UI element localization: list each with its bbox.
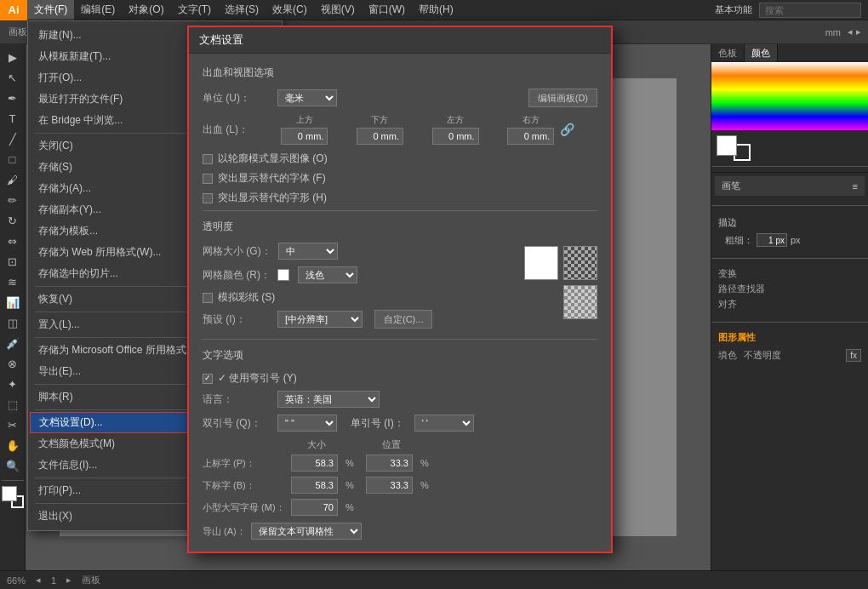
edit-board-btn[interactable]: 编辑画板(D) bbox=[528, 89, 597, 107]
tool-warp[interactable]: ≋ bbox=[3, 272, 23, 291]
superscript-size-input[interactable] bbox=[291, 455, 338, 472]
align-panel-label[interactable]: 对齐 bbox=[718, 298, 861, 311]
bottom-select[interactable]: 保留文本可调格性 bbox=[251, 523, 362, 540]
tool-rect[interactable]: □ bbox=[3, 150, 23, 169]
fill-color-swatch[interactable] bbox=[717, 135, 737, 156]
tool-artboard[interactable]: ⬚ bbox=[3, 395, 23, 414]
menu-help[interactable]: 帮助(H) bbox=[412, 0, 460, 20]
preset-select[interactable]: [中分辨率] bbox=[277, 311, 363, 328]
checkbox-glyph[interactable] bbox=[203, 193, 213, 203]
search-input[interactable] bbox=[759, 3, 861, 18]
color-spectrum bbox=[711, 62, 868, 130]
spacer2 bbox=[420, 438, 437, 451]
bleed-left-label: 左方 bbox=[447, 114, 464, 126]
tool-symbol[interactable]: ✦ bbox=[3, 375, 23, 393]
double-quote-select[interactable]: " " bbox=[277, 415, 337, 432]
divider-3 bbox=[711, 258, 868, 259]
grid-size-label: 网格大小 (G)： bbox=[203, 244, 271, 259]
language-select[interactable]: 英语：美国 bbox=[277, 391, 380, 408]
grid-color-select[interactable]: 浅色 bbox=[298, 266, 357, 283]
tool-pencil[interactable]: ✏ bbox=[3, 191, 23, 209]
brush-panel: 画笔 ≡ bbox=[711, 172, 868, 200]
checkbox-outline[interactable] bbox=[203, 154, 213, 164]
fill-icon[interactable] bbox=[2, 486, 17, 501]
right-top-tabs: 色板 颜色 bbox=[711, 44, 868, 62]
nav-next[interactable]: ▸ bbox=[66, 575, 71, 586]
tool-mirror[interactable]: ⇔ bbox=[3, 232, 23, 250]
bleed-bottom-input[interactable] bbox=[357, 128, 403, 145]
tool-gradient[interactable]: ◫ bbox=[3, 313, 23, 332]
tool-rotate[interactable]: ↻ bbox=[3, 211, 23, 230]
transparency-section: 透明度 网格大小 (G)： 中 网格颜色 (R)： 浅色 bbox=[203, 210, 597, 335]
tool-blend[interactable]: ⊗ bbox=[3, 354, 23, 373]
workspace-label[interactable]: 基本功能 bbox=[715, 3, 752, 16]
stroke-width-label: 粗细： bbox=[725, 234, 753, 247]
smallcaps-input[interactable] bbox=[291, 499, 338, 516]
fx-btn-inner[interactable]: fx bbox=[846, 349, 861, 362]
menu-view[interactable]: 视图(V) bbox=[314, 0, 362, 20]
status-bar: 66% ◂ 1 ▸ 画板 bbox=[0, 570, 868, 589]
navigate-prev[interactable]: ◂ bbox=[848, 26, 856, 37]
use-quotes-row: ✓ 使用弯引号 (Y) bbox=[203, 371, 597, 386]
tool-line[interactable]: ╱ bbox=[3, 129, 23, 148]
menu-right: 基本功能 bbox=[715, 3, 868, 18]
nav-prev[interactable]: ◂ bbox=[36, 575, 41, 586]
tool-paintbrush[interactable]: 🖌 bbox=[3, 170, 23, 189]
single-quote-select[interactable]: ' ' bbox=[414, 415, 474, 432]
tool-eyedropper[interactable]: 💉 bbox=[3, 334, 23, 352]
script-header-row: 大小 位置 bbox=[203, 438, 597, 451]
transform-panel-label[interactable]: 变换 bbox=[718, 267, 861, 280]
language-row: 语言： 英语：美国 bbox=[203, 391, 597, 408]
tab-swatches[interactable]: 色板 bbox=[711, 44, 745, 62]
pathfinder-panel-label[interactable]: 路径查找器 bbox=[718, 283, 861, 295]
tab-color[interactable]: 颜色 bbox=[745, 44, 778, 62]
bleed-right-col: 右方 bbox=[505, 114, 557, 145]
superscript-pos-input[interactable] bbox=[366, 455, 413, 472]
tool-text[interactable]: T bbox=[3, 109, 23, 128]
zoom-level: 66% bbox=[7, 575, 26, 586]
tools-panel: ▶ ↖ ✒ T ╱ □ 🖌 ✏ ↻ ⇔ ⊡ ≋ 📊 ◫ 💉 ⊗ ✦ ⬚ ✂ ✋ … bbox=[0, 44, 26, 570]
unit-select[interactable]: 毫米 bbox=[277, 89, 337, 106]
chain-link-icon[interactable]: 🔗 bbox=[560, 123, 577, 136]
stroke-fill-area bbox=[711, 130, 868, 161]
bleed-left-input[interactable] bbox=[432, 128, 479, 145]
swatch-light-checker bbox=[563, 246, 597, 280]
grid-color-label: 网格颜色 (R)： bbox=[203, 268, 271, 283]
checkbox-font[interactable] bbox=[203, 174, 213, 184]
tool-scale[interactable]: ⊡ bbox=[3, 252, 23, 271]
navigate-next[interactable]: ▸ bbox=[856, 26, 865, 37]
menu-object[interactable]: 对象(O) bbox=[122, 0, 170, 20]
subscript-size-input[interactable] bbox=[291, 477, 338, 494]
bleed-right-input[interactable] bbox=[507, 128, 554, 145]
custom-btn[interactable]: 自定(C)... bbox=[374, 310, 432, 329]
tool-graph[interactable]: 📊 bbox=[3, 293, 23, 312]
menu-edit[interactable]: 编辑(E) bbox=[74, 0, 122, 20]
menu-select[interactable]: 选择(S) bbox=[218, 0, 266, 20]
menu-file[interactable]: 文件(F) bbox=[27, 0, 74, 20]
stroke-width-input[interactable] bbox=[757, 233, 787, 247]
tool-hand[interactable]: ✋ bbox=[3, 436, 23, 455]
menu-effect[interactable]: 效果(C) bbox=[266, 0, 314, 20]
tool-select[interactable]: ▶ bbox=[3, 48, 23, 66]
artboard-status-label: 画板 bbox=[82, 574, 100, 586]
brush-panel-menu[interactable]: ≡ bbox=[853, 181, 858, 192]
smallcaps-pct: % bbox=[345, 502, 363, 512]
bleed-top-label: 上方 bbox=[296, 114, 313, 126]
bleed-top-input[interactable] bbox=[281, 128, 328, 145]
subscript-pos-input[interactable] bbox=[366, 477, 413, 494]
grid-size-select[interactable]: 中 bbox=[278, 243, 338, 260]
brush-panel-header: 画笔 ≡ bbox=[715, 176, 865, 197]
stroke-width-unit: px bbox=[791, 235, 801, 245]
tool-direct-select[interactable]: ↖ bbox=[3, 68, 23, 87]
tool-slice[interactable]: ✂ bbox=[3, 415, 23, 434]
menu-window[interactable]: 窗口(W) bbox=[362, 0, 412, 20]
use-quotes-checkbox[interactable] bbox=[203, 374, 213, 384]
grid-size-row: 网格大小 (G)： 中 bbox=[203, 243, 514, 260]
fx-button[interactable]: fx bbox=[846, 349, 861, 362]
simulate-paper-checkbox[interactable] bbox=[203, 293, 213, 303]
menu-text[interactable]: 文字(T) bbox=[171, 0, 218, 20]
tool-zoom[interactable]: 🔍 bbox=[3, 456, 23, 475]
app-logo: Ai bbox=[0, 0, 27, 20]
document-settings-dialog: 文档设置 出血和视图选项 单位 (U)： 毫米 编辑画板(D) 出血 (L)： … bbox=[187, 26, 613, 553]
tool-pen[interactable]: ✒ bbox=[3, 89, 23, 107]
